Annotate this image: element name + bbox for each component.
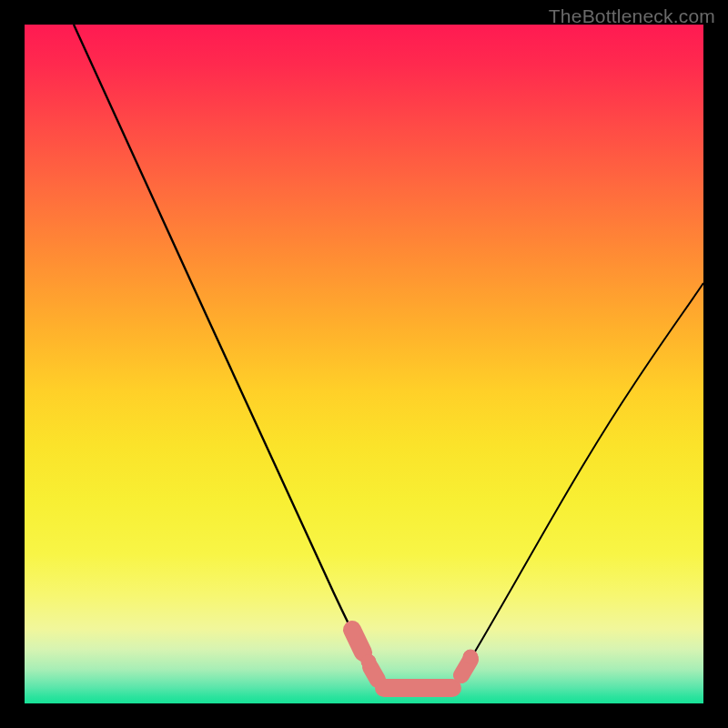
svg-line-1 bbox=[370, 667, 378, 680]
svg-line-0 bbox=[352, 630, 363, 652]
left-curve bbox=[74, 25, 384, 688]
svg-point-5 bbox=[463, 650, 478, 664]
right-curve bbox=[452, 283, 703, 688]
svg-point-4 bbox=[361, 654, 376, 669]
watermark-text: TheBottleneck.com bbox=[549, 5, 715, 27]
chart-frame: TheBottleneck.com bbox=[0, 0, 728, 728]
curves-layer bbox=[25, 25, 703, 703]
bottleneck-marker bbox=[352, 630, 478, 688]
plot-area bbox=[25, 25, 703, 703]
